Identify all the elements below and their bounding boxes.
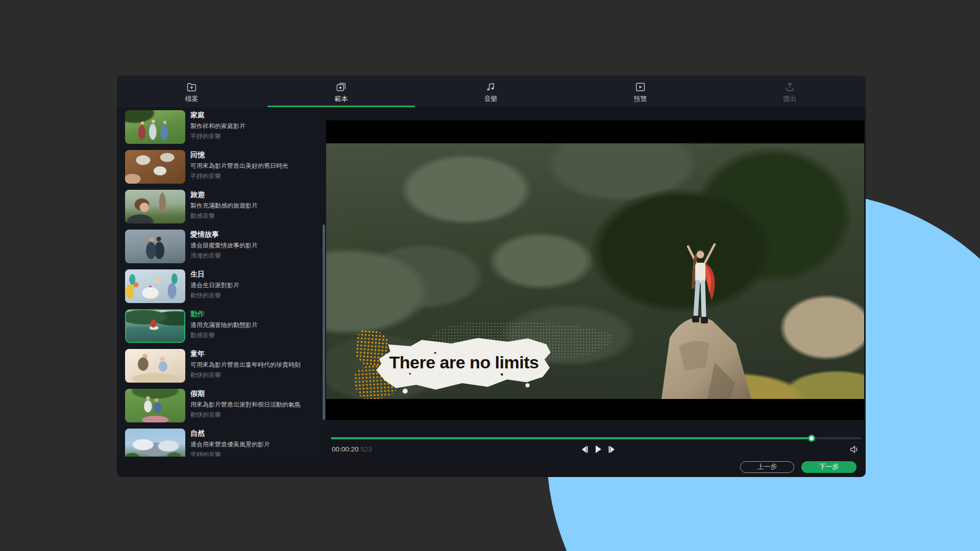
template-list: 家庭 製作祥和的家庭影片 平靜的音樂 回憶 可用來為影片營造出美好的舊日時光 平… <box>117 107 326 458</box>
music-note-icon <box>485 81 497 93</box>
transport-controls <box>580 444 616 456</box>
template-thumbnail <box>125 429 185 458</box>
template-description: 用來為影片營造出派對和假日活動的氣氛 <box>190 402 301 408</box>
template-list-item[interactable]: 生日 適合生日派對影片 歡快的音樂 <box>117 269 326 303</box>
template-music-type: 歡快的音樂 <box>190 412 301 418</box>
template-list-item[interactable]: 回憶 可用來為影片營造出美好的舊日時光 平靜的音樂 <box>117 150 326 184</box>
top-navigation-bar: 檔案 範本 <box>117 76 866 107</box>
timecode: 00:00:20.523 <box>332 445 372 454</box>
template-list-item[interactable]: 童年 可用來為影片營造出童年時代的珍貴時刻 歡快的音樂 <box>117 349 326 383</box>
template-description: 可用來為影片營造出美好的舊日時光 <box>190 163 288 169</box>
app-window: 檔案 範本 <box>117 76 866 477</box>
desktop-background: 檔案 範本 <box>0 0 980 551</box>
template-music-type: 平靜的音樂 <box>190 173 288 180</box>
next-button[interactable]: 下一步 <box>801 461 856 473</box>
template-thumbnail <box>125 389 185 422</box>
template-title: 生日 <box>190 270 239 278</box>
template-text: 動作 適用充滿冒險的動態影片 動感音樂 <box>190 309 258 339</box>
template-title: 自然 <box>190 429 270 437</box>
timecode-main: 00:00:20 <box>332 445 359 453</box>
template-music-type: 歡快的音樂 <box>190 292 239 299</box>
file-plus-icon <box>186 81 198 93</box>
progress-bar[interactable] <box>331 437 862 439</box>
previous-frame-icon <box>581 445 588 455</box>
template-title: 童年 <box>190 349 301 358</box>
template-title: 旅遊 <box>190 190 258 198</box>
previous-frame-button[interactable] <box>580 444 589 456</box>
video-title-overlay: There are no limits <box>374 337 554 387</box>
hiker-figure <box>682 238 720 335</box>
next-frame-button[interactable] <box>607 444 616 456</box>
tab-music[interactable]: 音樂 <box>416 76 566 107</box>
tab-export-label: 匯出 <box>783 95 797 102</box>
timecode-fraction: .523 <box>359 445 372 453</box>
template-text: 生日 適合生日派對影片 歡快的音樂 <box>190 269 239 299</box>
template-list-item[interactable]: 家庭 製作祥和的家庭影片 平靜的音樂 <box>117 110 326 144</box>
next-frame-icon <box>608 445 615 455</box>
template-text: 假期 用來為影片營造出派對和假日活動的氣氛 歡快的音樂 <box>190 389 301 418</box>
video-frame: There are no limits <box>326 143 864 399</box>
template-description: 可用來為影片營造出童年時代的珍貴時刻 <box>190 362 301 368</box>
tab-templates[interactable]: 範本 <box>266 76 416 107</box>
template-description: 適合甜蜜愛情故事的影片 <box>190 242 258 249</box>
template-music-type: 動感音樂 <box>190 332 258 339</box>
template-description: 適用充滿冒險的動態影片 <box>190 322 258 329</box>
video-preview-pane: There are no limits 00:00:20.523 <box>326 107 866 458</box>
template-description: 適合用來營造優美風景的影片 <box>190 441 270 448</box>
template-list-item[interactable]: 假期 用來為影片營造出派對和假日活動的氣氛 歡快的音樂 <box>117 389 326 422</box>
template-thumbnail <box>125 190 185 223</box>
template-thumbnail <box>125 309 185 343</box>
volume-button[interactable] <box>849 444 861 457</box>
template-thumbnail <box>125 150 185 184</box>
template-text: 回憶 可用來為影片營造出美好的舊日時光 平靜的音樂 <box>190 150 288 180</box>
export-icon <box>784 81 796 93</box>
template-description: 製作充滿動感的旅遊影片 <box>190 203 258 209</box>
template-list-item[interactable]: 動作 適用充滿冒險的動態影片 動感音樂 <box>117 309 326 343</box>
template-list-item[interactable]: 旅遊 製作充滿動感的旅遊影片 動感音樂 <box>117 190 326 223</box>
template-text: 自然 適合用來營造優美風景的影片 平靜的音樂 <box>190 429 270 458</box>
template-music-type: 浪漫的音樂 <box>190 253 258 259</box>
progress-knob[interactable] <box>808 435 815 442</box>
template-title: 假期 <box>190 389 301 397</box>
bottom-bar: 上一步 下一步 <box>117 457 866 477</box>
template-title: 家庭 <box>190 111 246 119</box>
tab-file[interactable]: 檔案 <box>117 76 266 107</box>
preview-play-icon <box>634 81 646 93</box>
templates-icon <box>335 81 347 93</box>
volume-icon <box>850 448 860 456</box>
video-player: There are no limits <box>326 120 864 420</box>
play-button[interactable] <box>594 444 603 456</box>
template-music-type: 平靜的音樂 <box>190 133 246 140</box>
template-text: 旅遊 製作充滿動感的旅遊影片 動感音樂 <box>190 190 258 219</box>
template-text: 愛情故事 適合甜蜜愛情故事的影片 浪漫的音樂 <box>190 230 258 259</box>
template-music-type: 歡快的音樂 <box>190 372 301 379</box>
template-title: 動作 <box>190 310 258 318</box>
tab-music-label: 音樂 <box>484 95 498 102</box>
back-button[interactable]: 上一步 <box>740 461 794 473</box>
template-description: 適合生日派對影片 <box>190 282 239 289</box>
tab-export[interactable]: 匯出 <box>715 76 865 107</box>
tab-preview-label: 預覽 <box>634 95 647 102</box>
list-scrollbar[interactable] <box>323 224 325 420</box>
template-thumbnail <box>125 269 185 303</box>
template-text: 家庭 製作祥和的家庭影片 平靜的音樂 <box>190 110 246 140</box>
tab-preview[interactable]: 預覽 <box>566 76 715 107</box>
template-text: 童年 可用來為影片營造出童年時代的珍貴時刻 歡快的音樂 <box>190 349 301 379</box>
template-title: 愛情故事 <box>190 230 258 238</box>
template-list-item[interactable]: 愛情故事 適合甜蜜愛情故事的影片 浪漫的音樂 <box>117 230 326 263</box>
template-description: 製作祥和的家庭影片 <box>190 123 246 130</box>
tab-file-label: 檔案 <box>185 95 199 102</box>
template-thumbnail <box>125 230 185 263</box>
template-music-type: 動感音樂 <box>190 213 258 219</box>
play-icon <box>595 445 602 455</box>
tab-templates-label: 範本 <box>335 95 348 102</box>
template-title: 回憶 <box>190 151 288 159</box>
progress-fill <box>331 437 812 439</box>
template-list-item[interactable]: 自然 適合用來營造優美風景的影片 平靜的音樂 <box>117 429 326 458</box>
template-thumbnail <box>125 110 185 144</box>
template-thumbnail <box>125 349 185 383</box>
